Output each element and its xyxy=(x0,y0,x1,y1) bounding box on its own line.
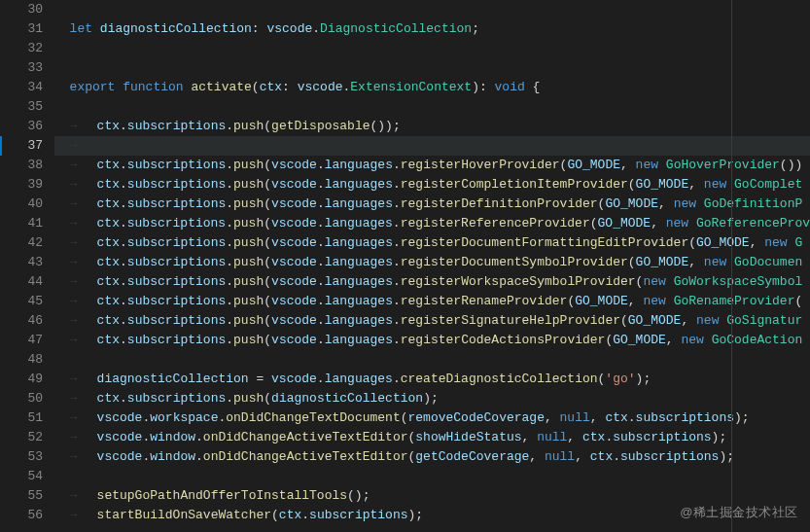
code-line[interactable]: → xyxy=(54,136,810,156)
token-pun: . xyxy=(393,331,401,350)
gutter-line: 35 xyxy=(0,97,54,117)
token-pun: ( xyxy=(264,117,271,136)
code-line[interactable]: →ctx.subscriptions.push(vscode.languages… xyxy=(54,156,810,175)
line-number: 43 xyxy=(0,253,43,272)
code-line[interactable] xyxy=(54,97,810,117)
token-pun: . xyxy=(393,292,401,311)
token-pun: . xyxy=(317,370,325,389)
gutter-line: 53 xyxy=(0,447,54,467)
line-number: 56 xyxy=(0,506,43,525)
line-number: 49 xyxy=(0,370,43,389)
token-var: ctx xyxy=(97,331,120,350)
token-kw: new xyxy=(636,156,666,175)
token-fn: push xyxy=(233,156,264,175)
code-line[interactable]: →ctx.subscriptions.push(vscode.languages… xyxy=(54,175,810,195)
indent-arrow-icon: → xyxy=(70,428,97,447)
code-line[interactable] xyxy=(54,0,810,19)
code-content[interactable]: let diagnosticCollection: vscode.Diagnos… xyxy=(54,0,810,532)
token-var: vscode xyxy=(271,253,317,272)
token-var: diagnosticCollection xyxy=(97,370,249,389)
token-var: subscriptions xyxy=(127,117,226,136)
indent-arrow-icon: → xyxy=(70,506,97,525)
code-line[interactable]: →ctx.subscriptions.push(vscode.languages… xyxy=(54,214,810,233)
code-line[interactable]: let diagnosticCollection: vscode.Diagnos… xyxy=(54,19,810,39)
code-line[interactable] xyxy=(54,39,810,58)
token-pun: = xyxy=(249,370,271,389)
code-editor[interactable]: 3031323334353637383940414243444546474849… xyxy=(0,0,810,532)
token-kw: new xyxy=(643,292,673,311)
token-var: ctx xyxy=(97,175,120,195)
code-line[interactable]: export function activate(ctx: vscode.Ext… xyxy=(54,78,810,97)
token-pun: . xyxy=(317,175,325,195)
token-fn: push xyxy=(233,214,264,233)
token-var: GO_MODE xyxy=(636,253,689,272)
token-fn: registerCompletionItemProvider xyxy=(401,175,628,195)
code-line[interactable]: →ctx.subscriptions.push(vscode.languages… xyxy=(54,272,810,292)
token-type: DiagnosticCollection xyxy=(320,19,472,39)
code-line[interactable] xyxy=(54,58,810,78)
token-pun: , xyxy=(522,428,538,447)
token-str: 'go' xyxy=(605,370,635,389)
token-pun: : xyxy=(252,19,267,39)
code-line[interactable]: →ctx.subscriptions.push(vscode.languages… xyxy=(54,331,810,350)
gutter-line: 52 xyxy=(0,428,54,447)
code-line[interactable]: →diagnosticCollection = vscode.languages… xyxy=(54,370,810,389)
token-fn: registerSignatureHelpProvider xyxy=(401,311,620,331)
code-line[interactable] xyxy=(54,467,810,486)
token-pun: . xyxy=(120,175,127,195)
line-number: 52 xyxy=(0,428,43,447)
code-line[interactable]: →ctx.subscriptions.push(vscode.languages… xyxy=(54,195,810,214)
token-pun: ( xyxy=(605,331,613,350)
code-line[interactable] xyxy=(54,350,810,370)
code-line[interactable]: →vscode.workspace.onDidChangeTextDocumen… xyxy=(54,408,810,428)
code-line[interactable]: →ctx.subscriptions.push(vscode.languages… xyxy=(54,233,810,253)
token-type: GoDefinitionP xyxy=(704,195,802,214)
gutter-line: 46 xyxy=(0,311,54,331)
token-pun: , xyxy=(545,408,560,428)
token-pun: , xyxy=(590,408,606,428)
code-line[interactable]: →ctx.subscriptions.push(vscode.languages… xyxy=(54,253,810,272)
token-var: vscode xyxy=(271,272,317,292)
token-type: G xyxy=(794,233,802,253)
token-pun: . xyxy=(120,331,127,350)
token-fn: registerWorkspaceSymbolProvider xyxy=(401,272,636,292)
token-pun: . xyxy=(393,253,401,272)
token-var: vscode xyxy=(271,214,317,233)
indent-arrow-icon: → xyxy=(70,136,97,156)
token-kw: null xyxy=(560,408,590,428)
token-var: vscode xyxy=(271,331,317,350)
token-var: ctx xyxy=(279,506,301,525)
token-var: vscode xyxy=(271,370,317,389)
token-pun: . xyxy=(226,272,233,292)
code-line[interactable]: →ctx.subscriptions.push(vscode.languages… xyxy=(54,292,810,311)
token-pun: . xyxy=(120,156,127,175)
code-line[interactable]: →vscode.window.onDidChangeActiveTextEdit… xyxy=(54,428,810,447)
gutter-line: 43 xyxy=(0,253,54,272)
gutter-line: 47 xyxy=(0,331,54,350)
token-var: vscode xyxy=(271,195,317,214)
token-pun: . xyxy=(120,272,127,292)
token-pun: . xyxy=(226,233,233,253)
token-pun: . xyxy=(120,117,127,136)
token-var: vscode xyxy=(271,292,317,311)
token-pun: . xyxy=(393,370,401,389)
token-pun: ( xyxy=(264,389,271,408)
code-line[interactable]: →vscode.window.onDidChangeActiveTextEdit… xyxy=(54,447,810,467)
indent-arrow-icon: → xyxy=(70,292,97,311)
line-number: 55 xyxy=(0,486,43,506)
token-pun: : xyxy=(282,78,298,97)
code-line[interactable]: →ctx.subscriptions.push(diagnosticCollec… xyxy=(54,389,810,408)
token-fn: getDisposable xyxy=(271,117,370,136)
token-type: GoRenameProvider xyxy=(674,292,795,311)
token-pun: . xyxy=(317,195,325,214)
token-var: removeCodeCoverage xyxy=(408,408,545,428)
line-number: 36 xyxy=(0,117,43,136)
code-line[interactable]: →ctx.subscriptions.push(getDisposable())… xyxy=(54,117,810,136)
token-fn: activate xyxy=(191,78,251,97)
line-number: 30 xyxy=(0,0,43,19)
token-var: GO_MODE xyxy=(598,214,652,233)
line-number: 45 xyxy=(0,292,43,311)
indent-arrow-icon: → xyxy=(70,156,97,175)
token-var: window xyxy=(150,428,195,447)
code-line[interactable]: →ctx.subscriptions.push(vscode.languages… xyxy=(54,311,810,331)
